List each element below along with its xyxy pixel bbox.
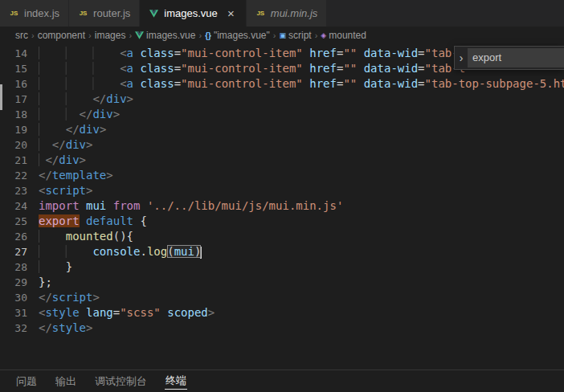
- line-content: </div>: [27, 153, 86, 168]
- line-number: 16: [0, 76, 27, 92]
- line-number: 15: [0, 61, 27, 76]
- tab-images-vue[interactable]: images.vue×: [140, 0, 245, 27]
- line-content: </template>: [27, 168, 113, 183]
- code-line-18[interactable]: 18 </div>: [0, 107, 564, 122]
- line-content: <a class="mui-control-item" href="" data…: [27, 76, 564, 92]
- line-content: <style lang="scss" scoped>: [27, 305, 215, 321]
- left-edge-marker: [0, 84, 2, 110]
- breadcrumb-separator: ›: [129, 31, 132, 40]
- breadcrumb-separator: ›: [273, 31, 276, 40]
- line-number: 25: [0, 214, 27, 229]
- line-content: </div>: [27, 107, 120, 122]
- code-line-32[interactable]: 32</style>: [0, 321, 564, 336]
- code-line-22[interactable]: 22</template>: [0, 168, 564, 183]
- line-content: }: [27, 259, 72, 275]
- tab-close-icon[interactable]: ×: [225, 7, 237, 19]
- panel-tab-bar: 问题输出调试控制台终端: [0, 370, 564, 392]
- code-line-30[interactable]: 30</script>: [0, 290, 564, 305]
- line-content: </div>: [27, 137, 92, 153]
- line-number: 22: [0, 168, 27, 183]
- vscode-window: JSindex.jsJSrouter.jsimages.vue×JSmui.mi…: [0, 0, 564, 392]
- panel-tab-terminal[interactable]: 终端: [165, 373, 187, 390]
- tab-index-js[interactable]: JSindex.js: [0, 0, 68, 27]
- js-icon: JS: [9, 10, 19, 17]
- find-input[interactable]: export: [468, 48, 564, 67]
- module-icon: {}: [205, 31, 211, 40]
- code-line-29[interactable]: 29};: [0, 275, 564, 290]
- breadcrumb-item-component[interactable]: component: [38, 30, 85, 41]
- symbol-method-icon: ◈: [321, 31, 326, 39]
- find-widget: › export: [454, 46, 564, 70]
- line-number: 26: [0, 229, 27, 244]
- line-number: 32: [0, 321, 27, 336]
- code-line-16[interactable]: 16 <a class="mui-control-item" href="" d…: [0, 76, 564, 92]
- tab-label: images.vue: [164, 7, 217, 19]
- tab-label: router.js: [93, 7, 130, 19]
- find-toggle-replace-chevron[interactable]: ›: [455, 51, 468, 64]
- line-content: <a class="mui-control-item" href="" data…: [27, 46, 465, 61]
- breadcrumb-label: script: [288, 30, 312, 41]
- line-number: 17: [0, 92, 27, 107]
- code-line-20[interactable]: 20 </div>: [0, 137, 564, 153]
- code-line-24[interactable]: 24import mui from '../../lib/mui/js/mui.…: [0, 198, 564, 214]
- breadcrumb-item-src[interactable]: src: [15, 30, 28, 41]
- line-content: </div>: [27, 122, 106, 137]
- breadcrumb-separator: ›: [315, 31, 318, 40]
- line-content: mounted(){: [27, 229, 133, 244]
- panel-tab-output[interactable]: 输出: [55, 374, 77, 390]
- js-icon: JS: [78, 10, 88, 17]
- line-number: 30: [0, 290, 27, 305]
- editor-lines: 14 <a class="mui-control-item" href="" d…: [0, 46, 564, 336]
- line-content: </div>: [27, 92, 133, 107]
- line-content: };: [27, 275, 52, 290]
- code-editor[interactable]: 14 <a class="mui-control-item" href="" d…: [0, 44, 564, 370]
- line-number: 19: [0, 122, 27, 137]
- code-line-21[interactable]: 21 </div>: [0, 153, 564, 168]
- line-number: 27: [0, 244, 27, 259]
- breadcrumb-item-images-vue-file[interactable]: images.vue: [135, 30, 195, 41]
- breadcrumb-label: mounted: [329, 30, 366, 41]
- line-number: 28: [0, 259, 27, 275]
- breadcrumb-separator: ›: [198, 31, 202, 40]
- code-line-23[interactable]: 23<script>: [0, 183, 564, 198]
- line-number: 31: [0, 305, 27, 321]
- line-content: console.log(mui): [27, 244, 202, 259]
- line-content: export default {: [27, 214, 147, 229]
- line-number: 24: [0, 198, 27, 214]
- breadcrumb: src›component›images›images.vue›{}"image…: [0, 27, 564, 44]
- line-content: <a class="mui-control-item" href="" data…: [27, 61, 465, 76]
- line-number: 21: [0, 153, 27, 168]
- code-line-28[interactable]: 28 }: [0, 259, 564, 275]
- breadcrumb-separator: ›: [31, 31, 35, 40]
- line-content: </script>: [27, 290, 100, 305]
- code-line-27[interactable]: 27 console.log(mui): [0, 244, 564, 259]
- code-line-31[interactable]: 31<style lang="scss" scoped>: [0, 305, 564, 321]
- code-line-19[interactable]: 19 </div>: [0, 122, 564, 137]
- breadcrumb-item-script[interactable]: ▣script: [279, 30, 311, 41]
- code-line-17[interactable]: 17 </div>: [0, 92, 564, 107]
- line-number: 29: [0, 275, 27, 290]
- breadcrumb-item-images-vue-module[interactable]: {}"images.vue": [205, 30, 270, 41]
- line-content: <script>: [27, 183, 92, 198]
- editor-tab-bar: JSindex.jsJSrouter.jsimages.vue×JSmui.mi…: [0, 0, 564, 27]
- breadcrumb-label: component: [38, 30, 85, 41]
- tab-label: index.js: [24, 7, 59, 19]
- code-line-25[interactable]: 25export default {: [0, 214, 564, 229]
- breadcrumb-item-images[interactable]: images: [95, 30, 126, 41]
- line-content: import mui from '../../lib/mui/js/mui.mi…: [27, 198, 343, 214]
- code-line-26[interactable]: 26 mounted(){: [0, 229, 564, 244]
- breadcrumb-label: images.vue: [146, 30, 195, 41]
- tab-mui-min-js[interactable]: JSmui.min.js: [247, 0, 327, 27]
- symbol-script-icon: ▣: [279, 31, 286, 39]
- breadcrumb-label: src: [15, 30, 28, 41]
- breadcrumb-label: images: [95, 30, 126, 41]
- panel-tab-debug-console[interactable]: 调试控制台: [94, 374, 148, 390]
- breadcrumb-separator: ›: [88, 31, 92, 40]
- vue-icon: [149, 10, 159, 18]
- panel-tab-problems[interactable]: 问题: [15, 374, 38, 390]
- bracket-match-box: (mui): [167, 245, 201, 258]
- tab-router-js[interactable]: JSrouter.js: [69, 0, 139, 27]
- vue-icon: [135, 31, 144, 39]
- breadcrumb-item-mounted[interactable]: ◈mounted: [321, 30, 366, 41]
- js-icon: JS: [255, 10, 266, 17]
